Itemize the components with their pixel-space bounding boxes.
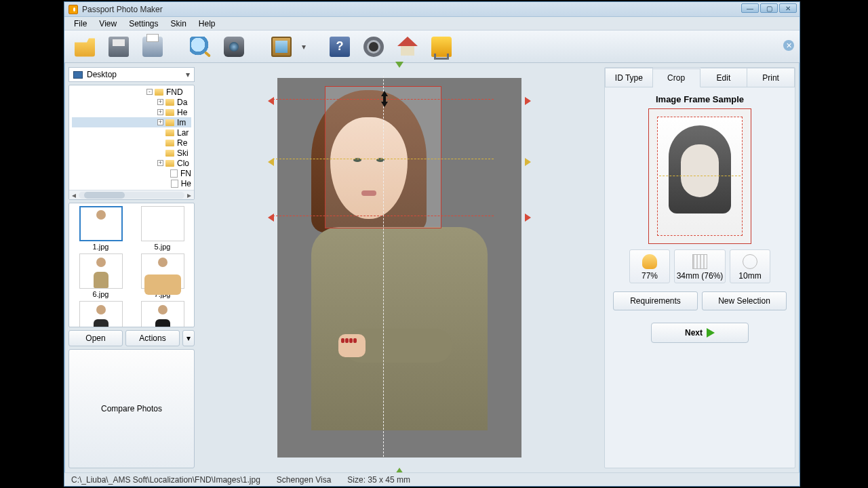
metric-head-height: 34mm (76%) [674, 249, 726, 283]
location-select[interactable]: Desktop ▾ [68, 67, 195, 82]
thumbnail-label: 1.jpg [93, 243, 109, 251]
requirements-button[interactable]: Requirements [613, 291, 698, 310]
actions-dropdown[interactable]: ▾ [182, 330, 195, 346]
print-button[interactable] [138, 33, 167, 60]
guide-marker-icon[interactable] [525, 158, 531, 166]
help-button[interactable] [325, 33, 355, 60]
menu-file[interactable]: File [68, 18, 92, 30]
guide-marker-icon[interactable] [525, 214, 531, 222]
expander-icon[interactable]: - [146, 89, 153, 95]
minimize-button[interactable]: — [741, 3, 759, 13]
thumbnail-label: 5.jpg [155, 243, 171, 251]
tree-scrollbar-h[interactable]: ◂ ▸ [69, 190, 194, 199]
tree-item-label: Da [177, 98, 187, 107]
status-size: Size: 35 x 45 mm [347, 475, 410, 485]
file-icon [171, 180, 178, 188]
tree-item[interactable]: +Im [72, 117, 191, 127]
tree-item[interactable]: He [72, 178, 191, 188]
tree-item-label: Im [177, 118, 186, 127]
tree-item[interactable]: -FND [72, 87, 191, 97]
guide-marker-icon[interactable] [268, 97, 274, 105]
folder-icon [165, 140, 174, 146]
folder-tree[interactable]: -FND+Da+He+ImLarReSki+CloFNHe ◂ ▸ [68, 85, 195, 200]
folder-open-icon [75, 37, 95, 57]
toolbar: ▾ ✕ [64, 30, 800, 63]
guide-marker-icon[interactable] [525, 97, 531, 105]
tree-item-label: He [181, 179, 191, 188]
tree-item-label: Re [177, 138, 187, 148]
ruler-icon [692, 254, 707, 269]
tree-item[interactable]: Lar [72, 127, 191, 138]
open-photo-button[interactable]: Open [68, 330, 123, 346]
actions-button[interactable]: Actions [125, 330, 180, 346]
home-button[interactable] [393, 33, 422, 60]
thumbnail[interactable]: 1.jpg [72, 206, 130, 251]
cart-button[interactable] [427, 33, 456, 60]
tree-item[interactable]: Ski [72, 148, 191, 158]
crop-frame[interactable] [325, 86, 441, 228]
sample-face-icon [658, 125, 742, 214]
thumbnail[interactable]: 8.jpg [72, 301, 130, 327]
tree-item[interactable]: +He [72, 107, 191, 117]
tree-item-label: Ski [177, 148, 189, 158]
tab-id-type[interactable]: ID Type [605, 68, 653, 87]
tab-print[interactable]: Print [747, 68, 795, 87]
menubar: File View Settings Skin Help [64, 17, 800, 30]
menu-view[interactable]: View [94, 18, 122, 30]
home-icon [397, 37, 418, 57]
cart-icon [431, 37, 452, 57]
maximize-button[interactable]: ▢ [760, 3, 778, 13]
metric-face-ratio: 77% [629, 249, 670, 283]
metric-top-margin: 10mm [730, 249, 770, 283]
video-button[interactable] [359, 33, 389, 60]
magnifier-icon [190, 37, 210, 57]
close-hint-button[interactable]: ✕ [783, 40, 794, 51]
scroll-thumb[interactable] [84, 192, 125, 199]
file-icon [170, 169, 178, 178]
chevron-down-icon: ▾ [186, 70, 190, 79]
tree-item[interactable]: FN [72, 168, 191, 178]
thumbnail[interactable]: 5.jpg [134, 206, 191, 251]
expander-icon[interactable]: + [157, 160, 163, 166]
guide-marker-icon[interactable] [268, 214, 274, 222]
thumbnail[interactable]: 6.jpg [72, 253, 130, 298]
close-button[interactable]: ✕ [779, 3, 797, 13]
folder-icon [165, 129, 174, 136]
tree-item[interactable]: +Clo [72, 158, 191, 168]
expander-icon[interactable]: + [157, 109, 163, 115]
expander-icon[interactable]: + [157, 119, 163, 125]
search-button[interactable] [185, 33, 215, 60]
new-selection-button[interactable]: New Selection [702, 291, 787, 310]
tab-edit[interactable]: Edit [701, 68, 748, 87]
photo-canvas[interactable] [277, 78, 521, 458]
status-bar: C:\_Liuba\_AMS Soft\Localization\FND\Ima… [64, 472, 800, 486]
sample-frame [648, 108, 751, 244]
app-icon [68, 5, 78, 14]
expander-icon[interactable]: + [157, 99, 163, 105]
frame-button[interactable] [267, 33, 296, 60]
compare-photos-button[interactable]: Compare Photos [68, 349, 195, 468]
thumbnail-label: 6.jpg [93, 290, 109, 298]
app-window: Passport Photo Maker — ▢ ✕ File View Set… [64, 1, 800, 487]
menu-help[interactable]: Help [193, 18, 221, 30]
frame-dropdown[interactable]: ▾ [300, 33, 307, 60]
thumbnail[interactable]: 9.jpg [134, 301, 191, 327]
camera-button[interactable] [219, 33, 249, 60]
menu-settings[interactable]: Settings [123, 18, 163, 30]
folder-icon [155, 89, 163, 96]
top-marker-icon[interactable] [395, 62, 403, 68]
tree-item[interactable]: +Da [72, 97, 191, 107]
left-panel: Desktop ▾ -FND+Da+He+ImLarReSki+CloFNHe … [68, 67, 195, 468]
tree-item-label: FND [166, 87, 183, 97]
scroll-right-icon[interactable]: ▸ [184, 190, 194, 200]
tree-item[interactable]: Re [72, 138, 191, 148]
menu-skin[interactable]: Skin [165, 18, 192, 30]
save-button[interactable] [104, 33, 134, 60]
folder-icon [165, 109, 174, 116]
folder-icon [165, 150, 174, 157]
scroll-left-icon[interactable]: ◂ [69, 190, 79, 200]
open-button[interactable] [70, 33, 100, 60]
next-button[interactable]: Next [651, 323, 749, 343]
tab-crop[interactable]: Crop [653, 68, 701, 87]
window-title: Passport Photo Maker [82, 5, 163, 14]
